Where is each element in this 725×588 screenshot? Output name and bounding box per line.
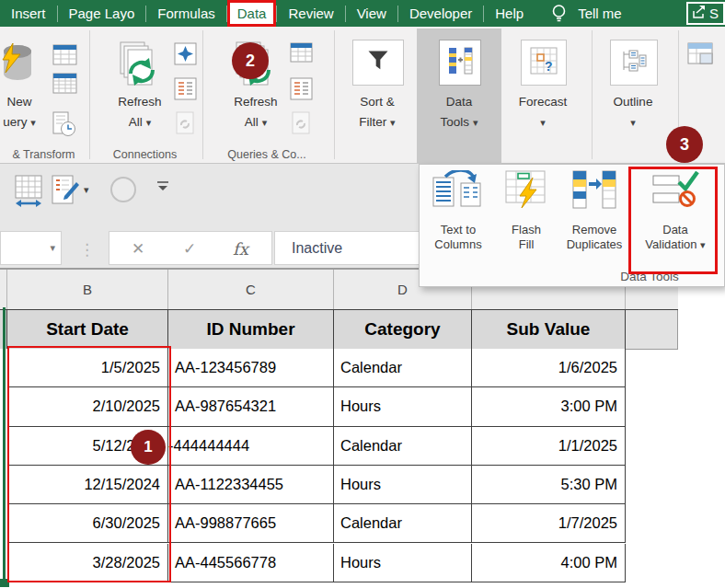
cell-id-number[interactable]: AA-998877665: [168, 504, 334, 543]
group-divider: [202, 30, 203, 159]
chevron-down-icon: ▾: [540, 117, 546, 128]
chevron-down-icon[interactable]: ▾: [50, 242, 55, 254]
circle-shape-icon[interactable]: [109, 176, 137, 207]
tell-me-box[interactable]: Tell me: [567, 0, 633, 27]
cell-id-number[interactable]: -444444444: [168, 427, 334, 466]
header-category[interactable]: Category: [334, 310, 472, 350]
group-label-queries: Queries & Co...: [207, 148, 327, 161]
annotation-badge-2: 2: [232, 42, 269, 79]
cell-sub-value[interactable]: 1/1/2025: [472, 427, 626, 466]
annotation-badge-1: 1: [131, 430, 166, 465]
selection-border-left: [3, 307, 6, 581]
cell-sub-value[interactable]: 1/7/2025: [472, 504, 626, 543]
chevron-down-icon[interactable]: ▾: [84, 184, 89, 196]
workbook-connections-icon[interactable]: [174, 77, 197, 104]
text-to-columns-button[interactable]: Text toColumns: [421, 169, 495, 269]
excel-window: Insert Page Layo Formulas Data Review Vi…: [0, 0, 725, 588]
new-query-button[interactable]: [0, 42, 35, 92]
table-icon[interactable]: [687, 42, 713, 68]
tab-view[interactable]: View: [346, 0, 397, 27]
header-sub-value[interactable]: Sub Value: [472, 310, 626, 350]
recent-sources-icon[interactable]: [52, 111, 76, 141]
annotation-badge-3: 3: [666, 126, 703, 163]
table-grid-icon[interactable]: [52, 73, 77, 98]
forecast-button[interactable]: ?: [521, 40, 567, 86]
remove-duplicates-button[interactable]: RemoveDuplicates: [559, 169, 629, 269]
table-header-row: Start Date ID Number Category Sub Value: [0, 309, 678, 350]
data-tools-icon: [446, 46, 474, 79]
chevron-down-icon: ▾: [146, 117, 152, 128]
tab-help[interactable]: Help: [484, 0, 535, 27]
cell-category[interactable]: Calendar: [334, 504, 472, 543]
flash-fill-icon: [505, 169, 547, 210]
cell-sub-value[interactable]: 1/6/2025: [472, 349, 626, 387]
forecast-label[interactable]: Forecast ▾: [492, 92, 593, 133]
forecast-icon: ?: [530, 47, 558, 78]
chevron-down-icon: ▾: [30, 117, 36, 128]
edit-links-icon: [290, 111, 313, 140]
enter-check-icon[interactable]: ✓: [183, 232, 196, 266]
header-id-number[interactable]: ID Number: [168, 310, 334, 350]
cell-sub-value[interactable]: 3:00 PM: [472, 387, 626, 426]
name-box[interactable]: ▾: [0, 231, 62, 265]
tab-data[interactable]: Data: [227, 0, 277, 27]
tab-insert[interactable]: Insert: [0, 0, 57, 27]
edit-links-icon: [174, 111, 197, 140]
remove-duplicates-icon: [571, 169, 617, 210]
data-tools-iconbox[interactable]: [439, 40, 481, 86]
refresh-all-button[interactable]: [114, 40, 166, 96]
text-to-columns-icon: [432, 169, 484, 210]
column-width-icon[interactable]: [14, 175, 43, 212]
cell-id-number[interactable]: AA-445566778: [168, 544, 334, 583]
outline-label[interactable]: Outline ▾: [582, 92, 684, 133]
cell-id-number[interactable]: AA-1122334455: [168, 466, 334, 504]
table-icon[interactable]: [52, 44, 77, 69]
chevron-down-icon: ▾: [262, 117, 268, 128]
share-label: S: [709, 6, 719, 21]
ribbon-tab-bar: Insert Page Layo Formulas Data Review Vi…: [0, 0, 725, 27]
chevron-down-icon: ▾: [630, 117, 636, 128]
outline-button[interactable]: [610, 40, 658, 86]
cell-category[interactable]: Calendar: [334, 427, 472, 466]
header-start-date[interactable]: Start Date: [7, 310, 168, 350]
chevron-down-icon: ▾: [390, 117, 396, 128]
cell-category[interactable]: Hours: [334, 544, 472, 583]
flash-fill-button[interactable]: FlashFill: [495, 169, 558, 269]
cell-id-number[interactable]: AA-123456789: [168, 349, 334, 387]
formula-buttons: ✕ ✓ fx: [109, 231, 272, 265]
tab-page-layout[interactable]: Page Layo: [58, 0, 146, 27]
tab-formulas[interactable]: Formulas: [146, 0, 226, 27]
insert-function-icon[interactable]: fx: [233, 232, 248, 266]
group-label-get-transform: & Transform: [0, 148, 87, 161]
column-letter-b[interactable]: B: [7, 270, 168, 309]
annotation-rect-data-validation: [628, 167, 718, 274]
cell-id-number[interactable]: AA-987654321: [168, 387, 334, 426]
cancel-icon[interactable]: ✕: [132, 232, 144, 266]
tab-developer[interactable]: Developer: [398, 0, 483, 27]
group-label-connections: Connections: [92, 148, 198, 161]
share-button[interactable]: S: [686, 2, 725, 25]
cell-sub-value[interactable]: 4:00 PM: [472, 544, 626, 583]
outline-icon: [620, 47, 648, 78]
filter-button[interactable]: [352, 40, 404, 86]
form-edit-icon[interactable]: [51, 175, 80, 210]
table-icon[interactable]: [290, 42, 313, 66]
column-letter-a[interactable]: [0, 270, 7, 309]
funnel-icon: [365, 48, 391, 77]
chevron-down-icon: ▾: [473, 117, 478, 128]
properties-icon[interactable]: [174, 42, 197, 69]
cell-category[interactable]: Calendar: [334, 349, 472, 387]
lightbulb-icon: [551, 0, 567, 27]
cell-sub-value[interactable]: 5:30 PM: [472, 466, 626, 504]
ellipsis-vertical-icon[interactable]: ⋮: [79, 233, 95, 267]
svg-text:?: ?: [545, 59, 553, 74]
tab-review[interactable]: Review: [277, 0, 344, 27]
customize-toolbar-icon[interactable]: [156, 180, 169, 199]
share-icon: [693, 6, 706, 21]
ribbon-data-tab: New uery ▾ & Transform Refresh All ▾: [0, 27, 725, 164]
header-empty-cell[interactable]: [626, 310, 678, 350]
cell-category[interactable]: Hours: [334, 387, 472, 426]
column-letter-c[interactable]: C: [168, 270, 334, 309]
cell-category[interactable]: Hours: [334, 466, 472, 504]
list-icon[interactable]: [290, 77, 313, 104]
